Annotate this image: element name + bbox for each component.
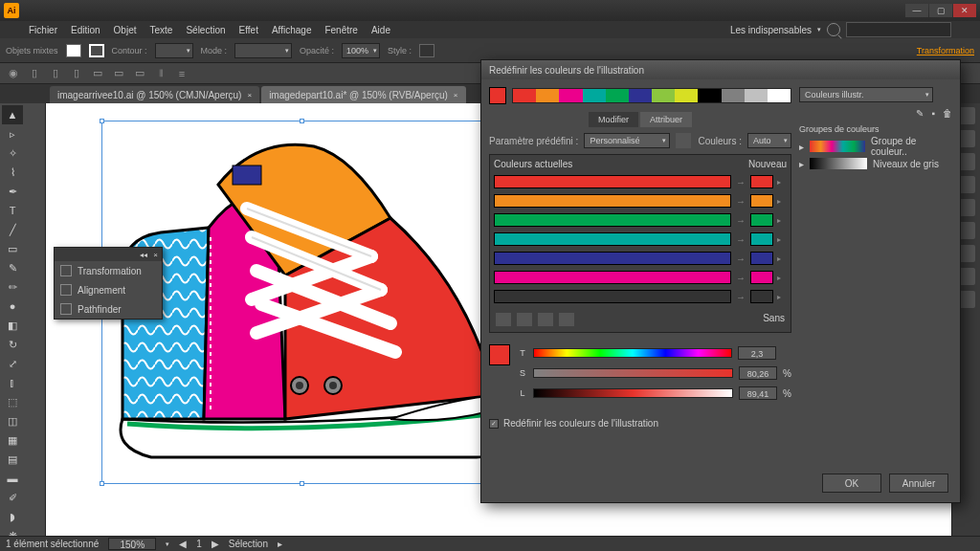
shape-builder-tool[interactable]: ◫: [2, 411, 23, 430]
align-top-icon[interactable]: ▭: [90, 66, 105, 81]
mesh-tool[interactable]: ▤: [2, 450, 23, 469]
search-input[interactable]: [846, 22, 951, 37]
pencil-tool[interactable]: ✏: [2, 277, 23, 297]
color-row[interactable]: →▸: [494, 192, 787, 209]
close-tab-icon[interactable]: ×: [247, 91, 252, 99]
style-swatch[interactable]: [419, 44, 434, 57]
menu-aide[interactable]: Aide: [371, 25, 390, 35]
cancel-button[interactable]: Annuler: [889, 474, 948, 493]
edit-icon[interactable]: ✎: [916, 108, 924, 119]
opacity-dropdown[interactable]: 100%: [342, 43, 380, 58]
color-group-item[interactable]: ▸Niveaux de gris: [799, 155, 952, 172]
menu-affichage[interactable]: Affichage: [272, 25, 312, 35]
window-minimize-button[interactable]: —: [905, 4, 928, 17]
preset-dropdown[interactable]: Personnalisé: [584, 133, 670, 148]
stroke-weight-dropdown[interactable]: [155, 43, 193, 58]
menu-fenetre[interactable]: Fenêtre: [324, 25, 357, 35]
rotate-tool[interactable]: ↻: [2, 335, 23, 354]
recolor-checkbox[interactable]: ✓: [489, 419, 499, 429]
line-tool[interactable]: ╱: [2, 220, 23, 239]
tab-attribuer[interactable]: Attribuer: [640, 112, 692, 127]
distribute-v-icon[interactable]: ≡: [174, 66, 189, 81]
exclude-colors-icon[interactable]: [538, 313, 553, 326]
preset-options-icon[interactable]: [676, 133, 691, 148]
floating-panel[interactable]: ◂◂× Transformation Alignement Pathfinder: [54, 247, 163, 320]
preset-label: Paramètre prédéfini :: [489, 136, 578, 146]
align-right-icon[interactable]: ▯: [69, 66, 84, 81]
stroke-swatch[interactable]: [89, 44, 104, 57]
type-tool[interactable]: T: [2, 201, 23, 220]
magic-wand-tool[interactable]: ✧: [2, 143, 23, 163]
active-color-swatch[interactable]: [489, 87, 506, 104]
artwork-colors-strip[interactable]: [512, 88, 791, 103]
paintbrush-tool[interactable]: ✎: [2, 258, 23, 277]
tsl-swatch[interactable]: [489, 344, 510, 365]
eraser-tool[interactable]: ◧: [2, 316, 23, 335]
color-row[interactable]: →▸: [494, 288, 787, 305]
panel-item-alignement[interactable]: Alignement: [55, 280, 162, 299]
selection-tool[interactable]: ▲: [2, 105, 23, 124]
merge-colors-icon[interactable]: [496, 313, 511, 326]
document-tab-2[interactable]: imagedepart10.ai* @ 150% (RVB/Aperçu)×: [261, 86, 465, 103]
blend-tool[interactable]: ◗: [2, 507, 23, 526]
gradient-tool[interactable]: ▬: [2, 469, 23, 488]
saturation-slider[interactable]: [533, 368, 733, 378]
color-library-dropdown[interactable]: Couleurs illustr.: [799, 87, 933, 102]
l-label: L: [518, 388, 527, 398]
blob-brush-tool[interactable]: ●: [2, 297, 23, 316]
trash-icon[interactable]: 🗑: [943, 108, 952, 119]
distribute-h-icon[interactable]: ⫴: [153, 66, 168, 81]
new-row-icon[interactable]: [559, 313, 574, 326]
pen-tool[interactable]: ✒: [2, 182, 23, 201]
close-tab-icon[interactable]: ×: [454, 91, 458, 99]
menu-texte[interactable]: Texte: [150, 25, 173, 35]
document-tab-1[interactable]: imagearrivee10.ai @ 150% (CMJN/Aperçu)×: [50, 86, 259, 103]
folder-icon[interactable]: ▪: [931, 108, 935, 119]
separate-colors-icon[interactable]: [517, 313, 532, 326]
color-row[interactable]: →▸: [494, 173, 787, 190]
color-row[interactable]: →▸: [494, 211, 787, 229]
colors-dropdown[interactable]: Auto: [747, 133, 791, 148]
menu-edition[interactable]: Edition: [71, 25, 100, 35]
tab-modifier[interactable]: Modifier: [589, 112, 638, 127]
transform-link[interactable]: Transformation: [917, 46, 974, 55]
blend-mode-dropdown[interactable]: [234, 43, 292, 58]
zoom-level[interactable]: 150%: [108, 538, 156, 550]
fill-swatch[interactable]: [66, 44, 81, 57]
width-tool[interactable]: ⫿: [2, 373, 23, 392]
perspective-tool[interactable]: ▦: [2, 430, 23, 450]
window-maximize-button[interactable]: ▢: [929, 4, 952, 17]
color-row[interactable]: →▸: [494, 231, 787, 248]
saturation-value[interactable]: 80,26: [739, 366, 777, 380]
align-center-icon[interactable]: ▯: [48, 66, 63, 81]
panel-collapse-icon[interactable]: ◂◂: [140, 251, 147, 259]
menu-selection[interactable]: Sélection: [186, 25, 225, 35]
free-transform-tool[interactable]: ⬚: [2, 392, 23, 411]
menu-fichier[interactable]: Fichier: [29, 25, 57, 35]
align-left-icon[interactable]: ▯: [27, 66, 42, 81]
luminosity-value[interactable]: 89,41: [739, 386, 777, 400]
scale-tool[interactable]: ⤢: [2, 354, 23, 373]
workspace-selector[interactable]: Les indispensables: [730, 25, 812, 35]
ok-button[interactable]: OK: [822, 474, 881, 493]
color-group-item[interactable]: ▸Groupe de couleur..: [799, 138, 952, 155]
panel-item-transformation[interactable]: Transformation: [55, 261, 162, 280]
align-bottom-icon[interactable]: ▭: [132, 66, 147, 81]
hue-value[interactable]: 2,3: [738, 346, 776, 360]
recolor-icon[interactable]: ◉: [6, 66, 21, 81]
lasso-tool[interactable]: ⌇: [2, 163, 23, 182]
menu-effet[interactable]: Effet: [239, 25, 258, 35]
luminosity-slider[interactable]: [533, 388, 733, 398]
color-row[interactable]: →▸: [494, 250, 787, 267]
panel-item-pathfinder[interactable]: Pathfinder: [55, 299, 162, 319]
search-icon: [827, 23, 840, 36]
hue-slider[interactable]: [533, 348, 732, 358]
window-close-button[interactable]: ✕: [953, 4, 976, 17]
panel-close-icon[interactable]: ×: [153, 251, 158, 259]
eyedropper-tool[interactable]: ✐: [2, 488, 23, 507]
color-row[interactable]: →▸: [494, 269, 787, 286]
align-middle-icon[interactable]: ▭: [111, 66, 126, 81]
menu-objet[interactable]: Objet: [114, 25, 137, 35]
direct-selection-tool[interactable]: ▹: [2, 124, 23, 143]
rectangle-tool[interactable]: ▭: [2, 239, 23, 258]
